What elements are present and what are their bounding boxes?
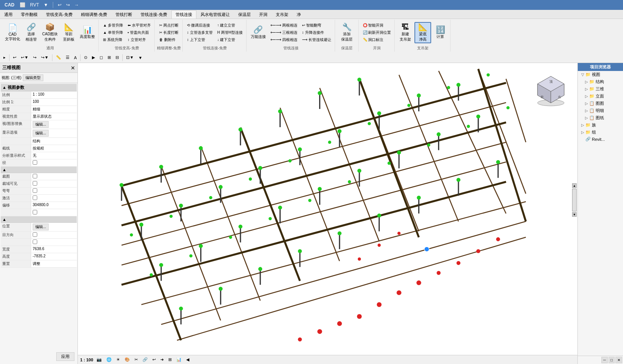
status-render-icon[interactable]: 🎨: [123, 357, 131, 362]
btn-two-pt-break[interactable]: ✂ 两点打断: [157, 22, 180, 29]
status-crop-icon[interactable]: ✂: [133, 357, 139, 362]
btn-smart-bend[interactable]: ↩ 智能翻弯: [300, 22, 333, 29]
cb2-checkbox[interactable]: [33, 210, 37, 214]
panel-close-btn[interactable]: ✕: [615, 357, 622, 363]
position-edit-btn[interactable]: 编辑...: [33, 224, 49, 230]
active-checkbox[interactable]: [33, 195, 37, 200]
btn-universal-connect[interactable]: 🔗 万能连接: [249, 22, 268, 43]
viewport[interactable]: 顶 前 右 ▲ ▼ 1 : 100 📷 🌐 ☀ 🎨 ✂ 🔗 ↩ ➜ ⊞ 📊 ◀: [78, 63, 577, 364]
panel-restore-btn[interactable]: □: [609, 357, 615, 363]
tab-net[interactable]: 净: [293, 10, 305, 19]
tab-pipe-elev[interactable]: 管线变高-免费: [42, 10, 77, 19]
btn-single-rise[interactable]: ▲ 单管升降: [101, 29, 125, 36]
btn-horiz-align[interactable]: ⬅ 水平管对齐: [126, 22, 153, 29]
close-panel-btn[interactable]: ✕: [71, 65, 75, 71]
path-checkbox[interactable]: [33, 160, 37, 165]
btn-cad-block[interactable]: 📦 CAD图块生构件: [40, 22, 60, 43]
status-chart-icon[interactable]: 📊: [175, 357, 183, 362]
btn-calculate[interactable]: 🔢 计算: [432, 22, 449, 43]
tb2-select[interactable]: ▸: [2, 54, 8, 61]
tb2-measure[interactable]: 📏: [54, 54, 63, 61]
tree-sheet[interactable]: ▷ 📋 图纸: [578, 114, 623, 121]
display-edit-btn[interactable]: 编辑...: [33, 130, 49, 137]
status-grid-icon[interactable]: ⊞: [167, 357, 173, 362]
tab-pipe-connect-free[interactable]: 管线连接-免费: [136, 10, 171, 19]
section-view-params[interactable]: ▲ 视图参数: [1, 84, 77, 91]
btn-h-connect[interactable]: H 两管H型连接: [215, 29, 245, 36]
tb2-copy[interactable]: ⊡▼: [124, 54, 136, 61]
btn-height-round[interactable]: 📊 高度取整: [78, 22, 97, 43]
btn-pipe-coplanar[interactable]: ▪ 管盖向共面: [126, 29, 153, 36]
annotation-checkbox[interactable]: [33, 188, 37, 193]
status-globe-icon[interactable]: 🌐: [105, 357, 113, 362]
scroll-up-btn[interactable]: ▲: [572, 183, 577, 188]
tb2-filter[interactable]: ⊟: [114, 54, 121, 61]
btn-len-break[interactable]: ✂ 长度打断: [157, 29, 180, 36]
tb2-circle[interactable]: ⊙: [82, 54, 89, 61]
status-chain-icon[interactable]: 🔗: [141, 357, 149, 362]
btn-3-connect[interactable]: ⟵⟶ 三根相连: [269, 29, 299, 36]
eye-dir-checkbox[interactable]: [33, 232, 37, 237]
prop-scale2-value[interactable]: 100: [31, 99, 77, 106]
tb2-undo[interactable]: ↩: [11, 54, 18, 61]
tb2-more[interactable]: ▼: [136, 54, 144, 61]
qa-redo[interactable]: ↪: [65, 2, 71, 8]
tree-struct[interactable]: ▷ 📁 结构: [578, 78, 623, 85]
btn-smart-opening[interactable]: ⭕ 智能开洞: [361, 22, 393, 29]
btn-4-connect[interactable]: ⟵⟶ 四根相连: [269, 36, 299, 43]
status-sun-icon[interactable]: ☀: [115, 357, 121, 362]
btn-new-support[interactable]: 🏗 新建支吊架: [397, 22, 414, 43]
btn-cad-text[interactable]: 📄 CAD文字转化: [3, 22, 22, 43]
cropview-checkbox[interactable]: [33, 174, 37, 178]
btn-up-down-riser[interactable]: ↕ 上下立管: [185, 36, 215, 43]
tb2-A[interactable]: A: [72, 54, 79, 61]
tb2-select2[interactable]: ☰: [64, 54, 71, 61]
scroll-down-btn[interactable]: ▼: [572, 212, 577, 217]
prop-scale-value[interactable]: 1 : 100: [31, 91, 77, 98]
btn-sys-rise[interactable]: ⊞ 系统升降: [101, 36, 125, 43]
apply-button[interactable]: 应用: [56, 352, 74, 361]
btn-micro-connect[interactable]: ⟲ 微调后连接: [185, 22, 215, 29]
btn-build-down-riser[interactable]: ↓ 建下立管: [215, 36, 245, 43]
status-arrow-icon[interactable]: ➜: [159, 357, 165, 362]
tab-pipe-break[interactable]: 管线打断: [111, 10, 136, 19]
btn-select-pipe[interactable]: 🔗 选择相连管: [23, 22, 40, 43]
btn-del-fitting[interactable]: 🗑 删附件: [157, 36, 180, 43]
tb2-box[interactable]: ◻: [98, 54, 105, 61]
tab-support[interactable]: 支吊架: [272, 10, 293, 19]
tree-group[interactable]: ▷ 📁 组: [578, 129, 623, 136]
btn-refresh-opening[interactable]: 🔄 刷新开洞位置: [361, 29, 393, 36]
btn-riser-multi[interactable]: ↕ 立管连多支管: [185, 29, 215, 36]
tree-revit-link[interactable]: 🔗 Revit...: [578, 136, 623, 142]
tree-3d[interactable]: ▷ 📁 三维: [578, 85, 623, 93]
tb2-undo2[interactable]: ↩▼: [19, 54, 30, 61]
qa-btn-arrow[interactable]: ▼: [42, 2, 50, 8]
tab-mep-avoid[interactable]: 风水电管线避让: [196, 10, 234, 19]
tree-elevation[interactable]: ▷ 📁 立面: [578, 93, 623, 100]
section-range[interactable]: ▲: [1, 167, 77, 173]
btn-build-riser[interactable]: ↑ 建立立管: [215, 22, 245, 29]
tab-insulation[interactable]: 保温层: [234, 10, 255, 19]
btn-opening-label[interactable]: 📏 洞口标注: [361, 36, 393, 43]
panel-minimize-btn[interactable]: ─: [601, 357, 608, 363]
btn-beam-clearance[interactable]: 📐 梁底净高: [414, 22, 431, 43]
tab-general[interactable]: 通用: [0, 10, 17, 19]
btn-riser-align[interactable]: ↕ 立管对齐: [126, 36, 153, 43]
qa-btn-3[interactable]: →: [73, 2, 81, 8]
edit-type-btn[interactable]: 编辑类型: [23, 74, 43, 81]
cropregion-checkbox[interactable]: [33, 181, 37, 186]
tab-fine-adj[interactable]: 精细调整-免费: [77, 10, 112, 19]
status-camera-icon[interactable]: 📷: [95, 357, 103, 362]
qa-btn-1[interactable]: ⬜: [18, 2, 27, 8]
btn-2-connect[interactable]: ⟵⟶ 两根相连: [269, 22, 299, 29]
vg-edit-btn[interactable]: 编辑...: [33, 121, 49, 128]
tab-pipe-connect[interactable]: 管线连接: [171, 10, 196, 19]
qa-undo[interactable]: ↩: [56, 2, 63, 8]
view-cube[interactable]: 顶 前 右: [532, 71, 570, 109]
btn-long-avoid[interactable]: ⟶ 长管连续避让: [300, 36, 333, 43]
btn-add-insulation[interactable]: 🔧 添加保温层: [338, 22, 355, 43]
status-back-icon[interactable]: ◀: [185, 357, 190, 362]
tb2-redo2[interactable]: ↪▼: [39, 54, 51, 61]
status-undo-icon[interactable]: ↩: [151, 357, 157, 362]
tree-family[interactable]: ▷ 📁 族: [578, 121, 623, 129]
